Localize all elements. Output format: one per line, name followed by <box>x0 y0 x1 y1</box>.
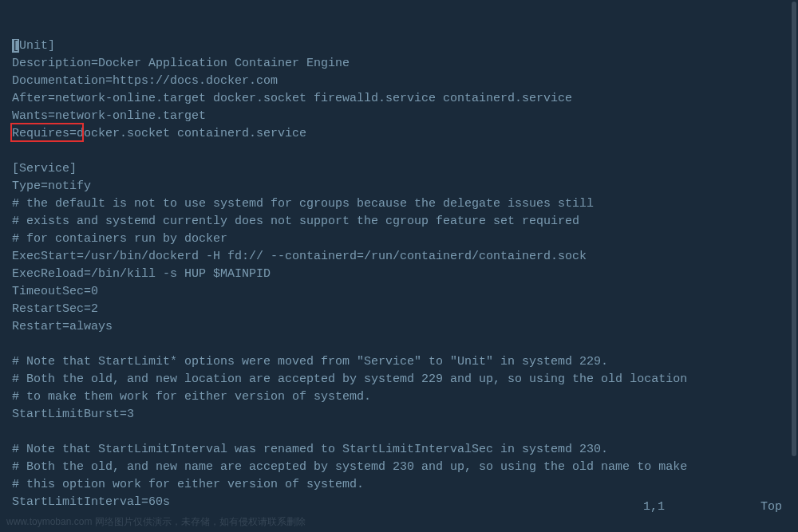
code-line: Wants=network-online.target <box>12 108 786 125</box>
scroll-location: Top <box>760 499 782 516</box>
code-line: # for containers run by docker <box>12 231 786 248</box>
watermark-text: www.toymoban.com 网络图片仅供演示，未存储，如有侵权请联系删除 <box>6 513 306 530</box>
code-line: # Both the old, and new name are accepte… <box>12 459 786 476</box>
code-line: After=network-online.target docker.socke… <box>12 90 786 108</box>
code-line: Restart=always <box>12 318 786 336</box>
code-line: # to make them work for either version o… <box>12 388 786 406</box>
code-line: # Both the old, and new location are acc… <box>12 371 786 388</box>
code-line: # this option work for either version of… <box>12 476 786 494</box>
code-line: RestartSec=2 <box>12 301 786 318</box>
code-line: ExecStart=/usr/bin/dockerd -H fd:// --co… <box>12 248 786 266</box>
code-line: # Note that StartLimit* options were mov… <box>12 353 786 371</box>
code-line: # Note that StartLimitInterval was renam… <box>12 441 786 459</box>
code-line: Type=notify <box>12 178 786 195</box>
code-line: StartLimitBurst=3 <box>12 406 786 424</box>
code-line <box>12 424 786 441</box>
cursor: [ <box>12 39 19 53</box>
code-line: Description=Docker Application Container… <box>12 55 786 73</box>
code-line: ExecReload=/bin/kill -s HUP $MAINPID <box>12 266 786 283</box>
file-content: [Unit]Description=Docker Application Con… <box>12 37 786 510</box>
editor-viewport[interactable]: [Unit]Description=Docker Application Con… <box>0 0 798 510</box>
code-line: # exists and systemd currently does not … <box>12 213 786 231</box>
cursor-position: 1,1 <box>643 499 665 516</box>
code-line: TimeoutSec=0 <box>12 283 786 301</box>
vertical-scrollbar[interactable] <box>792 2 796 456</box>
code-line: Requires=docker.socket containerd.servic… <box>12 125 786 143</box>
code-line: [Unit] <box>12 37 786 55</box>
code-line <box>12 143 786 160</box>
code-text: Unit] <box>19 39 55 53</box>
code-line: Documentation=https://docs.docker.com <box>12 73 786 90</box>
code-line: [Service] <box>12 160 786 178</box>
code-line <box>12 336 786 353</box>
code-line: # the default is not to use systemd for … <box>12 195 786 213</box>
